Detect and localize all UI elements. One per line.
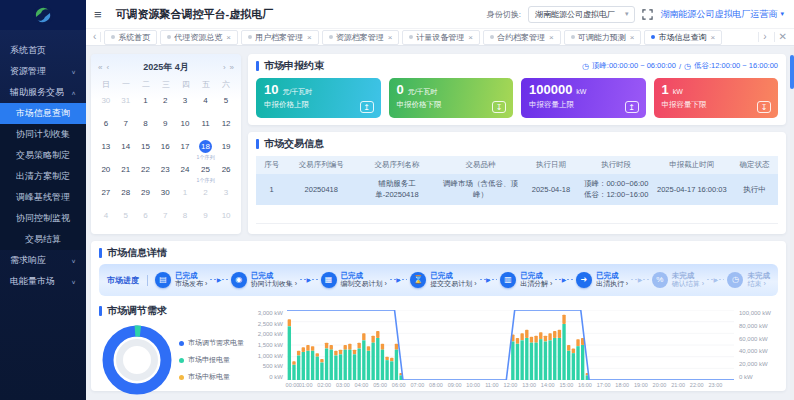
sidebar-item-交易策略制定[interactable]: 交易策略制定 <box>0 145 86 166</box>
tab-close-icon[interactable]: × <box>226 33 231 42</box>
calendar-day-8[interactable]: 8 <box>175 207 195 230</box>
calendar-day-22[interactable]: 22 <box>136 161 156 184</box>
calendar-day-28[interactable]: 28 <box>116 184 136 207</box>
calendar-day-19[interactable]: 19 <box>216 138 236 161</box>
calendar-day-29[interactable]: 29 <box>136 184 156 207</box>
sidebar-item-协同计划收集[interactable]: 协同计划收集 <box>0 124 86 145</box>
calendar-day-3[interactable]: 3 <box>216 184 236 207</box>
step-label[interactable]: 市场发布 › <box>175 280 207 288</box>
calendar-day-27[interactable]: 27 <box>96 184 116 207</box>
legend-item-市场中标电量[interactable]: 市场中标电量 <box>179 372 244 382</box>
progress-step-出清执行[interactable]: ➜已完成出清执行 › <box>576 272 628 289</box>
progress-step-出清分解[interactable]: ▥已完成出清分解 › <box>500 272 552 289</box>
legend-item-市场申报电量[interactable]: 市场申报电量 <box>179 355 244 365</box>
calendar-day-5[interactable]: 5 <box>116 207 136 230</box>
calendar-day-24[interactable]: 24 <box>175 161 195 184</box>
tab-close-icon[interactable]: × <box>710 33 715 42</box>
calendar-day-2[interactable]: 2 <box>195 184 216 207</box>
sidebar-item-系统首页[interactable]: 系统首页 <box>0 40 86 61</box>
step-label[interactable]: 结束 › <box>747 280 770 288</box>
progress-step-结束[interactable]: ◷未完成结束 › <box>727 272 770 289</box>
step-label[interactable]: 确认结算 › <box>672 280 704 288</box>
calendar-day-12[interactable]: 12 <box>216 115 236 138</box>
identity-select[interactable]: 湖南能源公司虚拟电厂 ▾ <box>528 6 636 23</box>
step-label[interactable]: 协同计划收集 › <box>251 280 297 288</box>
sidebar-item-协同控制监视[interactable]: 协同控制监视 <box>0 208 86 229</box>
tab-资源档案管理[interactable]: 资源档案管理× <box>322 30 400 45</box>
tab-市场信息查询[interactable]: 市场信息查询× <box>644 30 722 45</box>
sidebar-item-出清方案制定[interactable]: 出清方案制定 <box>0 166 86 187</box>
fullscreen-icon[interactable] <box>642 9 653 20</box>
calendar-day-26[interactable]: 26 <box>216 161 236 184</box>
calendar-day-10[interactable]: 10 <box>175 115 195 138</box>
tab-close-icon[interactable]: × <box>468 33 473 42</box>
calendar-day-9[interactable]: 9 <box>195 207 216 230</box>
calendar-prev-month-button[interactable]: ‹ <box>104 63 111 72</box>
calendar-day-4[interactable]: 4 <box>96 207 116 230</box>
tab-合约档案管理[interactable]: 合约档案管理× <box>483 30 561 45</box>
calendar-day-4[interactable]: 4 <box>195 92 216 115</box>
calendar-day-1[interactable]: 1 <box>175 184 195 207</box>
calendar-day-13[interactable]: 13 <box>96 138 116 161</box>
sidebar-item-辅助服务交易[interactable]: 辅助服务交易∧ <box>0 82 86 103</box>
menu-toggle-icon[interactable]: ≡ <box>94 7 102 22</box>
tab-close-icon[interactable]: × <box>549 33 554 42</box>
tabs-scroll-right[interactable]: › <box>758 32 770 42</box>
tab-计量设备管理[interactable]: 计量设备管理× <box>402 30 480 45</box>
calendar-day-21[interactable]: 21 <box>116 161 136 184</box>
calendar-next-year-button[interactable]: » <box>228 63 236 72</box>
calendar-day-10[interactable]: 10 <box>216 207 236 230</box>
step-label[interactable]: 编制交易计划 › <box>341 280 387 288</box>
calendar-day-11[interactable]: 11 <box>195 115 216 138</box>
calendar-day-20[interactable]: 20 <box>96 161 116 184</box>
tab-用户档案管理[interactable]: 用户档案管理× <box>241 30 319 45</box>
legend-item-市场调节需求电量[interactable]: 市场调节需求电量 <box>179 338 244 348</box>
tabs-scroll-left[interactable]: ‹ <box>89 32 101 42</box>
progress-step-市场发布[interactable]: ▤已完成市场发布 › <box>155 272 207 289</box>
calendar-day-23[interactable]: 23 <box>155 161 175 184</box>
progress-step-协同计划收集[interactable]: ◉已完成协同计划收集 › <box>231 272 297 289</box>
sidebar-item-需求响应[interactable]: 需求响应∨ <box>0 250 86 271</box>
calendar-day-14[interactable]: 14 <box>116 138 136 161</box>
calendar-day-30[interactable]: 30 <box>155 184 175 207</box>
tab-代理资源总览[interactable]: 代理资源总览× <box>160 30 238 45</box>
calendar-day-9[interactable]: 9 <box>155 115 175 138</box>
tab-系统首页[interactable]: 系统首页 <box>104 30 157 45</box>
calendar-next-month-button[interactable]: › <box>221 63 228 72</box>
progress-step-编制交易计划[interactable]: ▦已完成编制交易计划 › <box>321 272 387 289</box>
calendar-day-30[interactable]: 30 <box>96 92 116 115</box>
step-label[interactable]: 出清执行 › <box>596 280 628 288</box>
table-row[interactable]: 120250418辅助服务工单-20250418调峰市场（含低谷、顶峰）2025… <box>256 174 778 205</box>
step-label[interactable]: 出清分解 › <box>520 280 552 288</box>
sidebar-item-资源管理[interactable]: 资源管理∨ <box>0 61 86 82</box>
sidebar-item-交易结算[interactable]: 交易结算 <box>0 229 86 250</box>
calendar-day-5[interactable]: 5 <box>216 92 236 115</box>
calendar-day-2[interactable]: 2 <box>155 92 175 115</box>
calendar-day-25[interactable]: 251个序列 <box>195 161 216 184</box>
progress-step-确认结算[interactable]: %未完成确认结算 › <box>652 272 704 289</box>
calendar-day-18[interactable]: 181个序列 <box>195 138 216 161</box>
step-label[interactable]: 提交交易计划 › <box>430 280 476 288</box>
calendar-day-1[interactable]: 1 <box>136 92 156 115</box>
scrollbar-thumb[interactable] <box>790 55 794 89</box>
calendar-day-17[interactable]: 17 <box>175 138 195 161</box>
user-menu[interactable]: 湖南能源公司虚拟电厂运营商 ▾ <box>660 8 784 21</box>
sidebar-item-调峰基线管理[interactable]: 调峰基线管理 <box>0 187 86 208</box>
calendar-day-8[interactable]: 8 <box>136 115 156 138</box>
scrollbar-track[interactable] <box>790 47 794 400</box>
tab-close-icon[interactable]: × <box>307 33 312 42</box>
progress-step-提交交易计划[interactable]: ⌛已完成提交交易计划 › <box>410 272 476 289</box>
sidebar-item-市场信息查询[interactable]: 市场信息查询 <box>0 103 86 124</box>
tab-close-icon[interactable]: × <box>630 33 635 42</box>
calendar-day-7[interactable]: 7 <box>116 115 136 138</box>
calendar-day-31[interactable]: 31 <box>116 92 136 115</box>
calendar-day-6[interactable]: 6 <box>96 115 116 138</box>
sidebar-item-电能量市场[interactable]: 电能量市场∨ <box>0 271 86 292</box>
calendar-prev-year-button[interactable]: « <box>96 63 104 72</box>
tab-可调能力预测[interactable]: 可调能力预测× <box>564 30 642 45</box>
calendar-day-16[interactable]: 16 <box>155 138 175 161</box>
calendar-day-6[interactable]: 6 <box>136 207 156 230</box>
calendar-day-15[interactable]: 15 <box>136 138 156 161</box>
calendar-day-3[interactable]: 3 <box>175 92 195 115</box>
tabs-close-all[interactable]: ✕ <box>774 32 791 42</box>
